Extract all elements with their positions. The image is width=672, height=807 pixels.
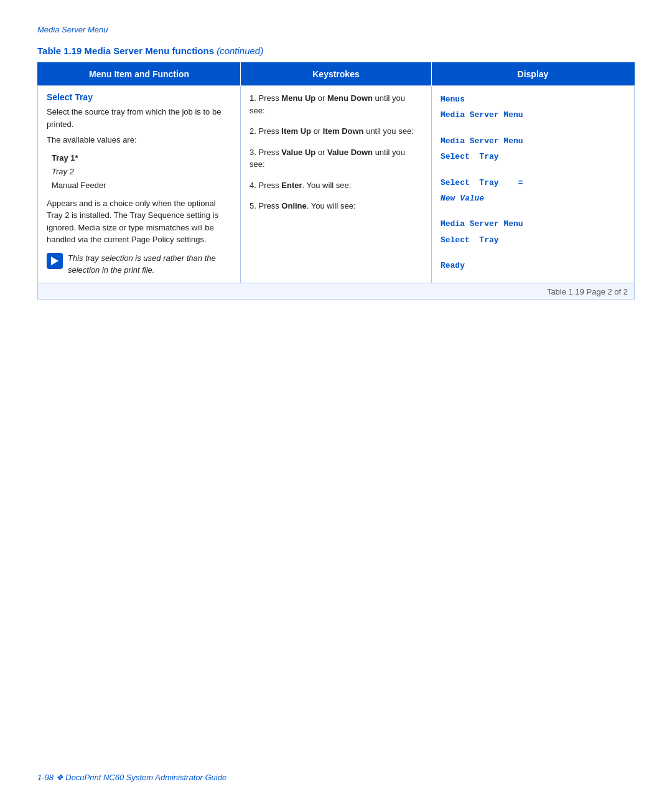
tray-value-1: Tray 1* — [52, 151, 231, 165]
note-box: This tray selection is used rather than … — [47, 252, 231, 276]
page-footer: 1-98 ❖ DocuPrint NC60 System Administrat… — [37, 773, 226, 782]
keystroke-step-2: 2. Press Item Up or Item Down until you … — [250, 125, 422, 138]
display-5: Ready — [441, 258, 625, 273]
keystroke-step-5: 5. Press Online. You will see: — [250, 200, 422, 212]
keystrokes-cell: 1. Press Menu Up or Menu Down until you … — [241, 86, 432, 283]
display-3: Select Tray = New Value — [441, 176, 625, 206]
tray-value-3: Manual Feeder — [52, 179, 231, 192]
keystroke-step-1: 1. Press Menu Up or Menu Down until you … — [250, 92, 422, 116]
main-table: Menu Item and Function Keystrokes Displa… — [37, 62, 635, 300]
display-4: Media Server Menu Select Tray — [441, 217, 625, 247]
menu-item-cell: Select Tray Select the source tray from … — [38, 86, 241, 283]
table-row: Select Tray Select the source tray from … — [38, 86, 635, 283]
display-1: Menus Media Server Menu — [441, 92, 625, 123]
menu-item-desc2: The available values are: — [47, 134, 231, 146]
col-header-menu: Menu Item and Function — [38, 63, 241, 86]
note-icon — [47, 253, 63, 269]
table-footer-row: Table 1.19 Page 2 of 2 — [38, 283, 635, 299]
col-header-display: Display — [431, 63, 634, 86]
menu-item-desc1: Select the source tray from which the jo… — [47, 106, 231, 130]
keystroke-step-4: 4. Press Enter. You will see: — [250, 179, 422, 192]
display-2: Media Server Menu Select Tray — [441, 134, 625, 164]
menu-item-title: Select Tray — [47, 92, 231, 102]
tray-value-2: Tray 2 — [52, 165, 231, 179]
display-cell: Menus Media Server Menu Media Server Men… — [431, 86, 634, 283]
keystroke-step-3: 3. Press Value Up or Value Down until yo… — [250, 146, 422, 171]
menu-item-desc3: Appears and is a choice only when the op… — [47, 197, 231, 246]
tray-values: Tray 1* Tray 2 Manual Feeder — [52, 151, 231, 192]
table-title: Table 1.19 Media Server Menu functions (… — [37, 45, 635, 56]
table-footer: Table 1.19 Page 2 of 2 — [38, 283, 635, 299]
note-text: This tray selection is used rather than … — [68, 252, 231, 276]
page-header: Media Server Menu — [37, 25, 635, 34]
col-header-keystrokes: Keystrokes — [241, 63, 432, 86]
